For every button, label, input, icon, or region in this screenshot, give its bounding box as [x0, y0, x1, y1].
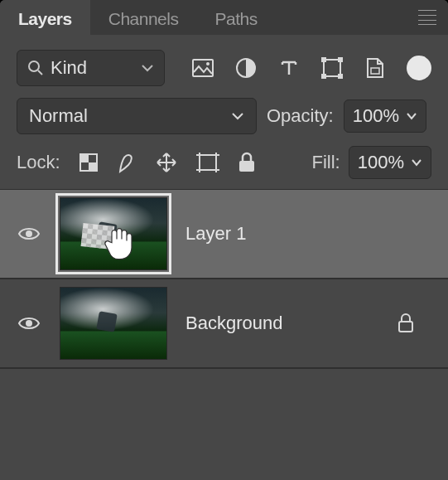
layers-panel: Layers Channels Paths Kind [0, 0, 448, 480]
tab-layers[interactable]: Layers [0, 0, 90, 35]
layer-row[interactable]: Layer 1 [0, 189, 448, 279]
svg-line-1 [38, 70, 42, 75]
blend-mode-dropdown[interactable]: Normal [17, 98, 257, 134]
filter-toggle-switch[interactable] [407, 56, 431, 80]
chevron-down-icon [141, 63, 154, 73]
filter-type-text-icon[interactable] [277, 56, 301, 80]
filter-adjustment-icon[interactable] [234, 56, 258, 80]
svg-rect-9 [338, 74, 343, 79]
visibility-toggle[interactable] [17, 225, 41, 242]
svg-point-21 [26, 320, 32, 327]
layer-locked-icon[interactable] [397, 313, 415, 334]
opacity-label: Opacity: [267, 105, 334, 127]
filter-type-icons [191, 56, 387, 80]
lock-artboard-icon[interactable] [196, 153, 219, 172]
filter-shape-icon[interactable] [320, 56, 344, 80]
visibility-toggle[interactable] [17, 315, 41, 332]
svg-rect-10 [371, 68, 379, 74]
layer-name[interactable]: Background [185, 313, 282, 334]
cursor-hand-icon [104, 225, 137, 261]
kind-label: Kind [51, 57, 134, 79]
chevron-down-icon [406, 112, 417, 120]
svg-point-3 [206, 62, 210, 65]
layer-name[interactable]: Layer 1 [185, 223, 246, 245]
svg-point-20 [26, 230, 32, 237]
lock-transparency-icon[interactable] [79, 153, 99, 172]
lock-fill-row: Lock: [0, 146, 448, 189]
svg-point-0 [29, 61, 39, 71]
panel-menu-icon[interactable] [407, 0, 448, 35]
lock-position-icon[interactable] [155, 151, 178, 174]
layer-thumbnail[interactable] [60, 287, 167, 360]
fill-value-field[interactable]: 100% [349, 146, 431, 179]
filter-smartobject-icon[interactable] [364, 56, 387, 80]
layer-filter-row: Kind [0, 35, 448, 98]
panel-tabs: Layers Channels Paths [0, 0, 448, 35]
tab-channels[interactable]: Channels [90, 0, 197, 35]
opacity-value-field[interactable]: 100% [344, 99, 426, 133]
svg-rect-22 [399, 322, 412, 332]
svg-rect-7 [338, 57, 343, 62]
tab-paths[interactable]: Paths [196, 0, 275, 35]
svg-rect-13 [89, 162, 97, 171]
opacity-value: 100% [353, 105, 399, 127]
svg-rect-6 [321, 57, 326, 62]
lock-label: Lock: [17, 152, 60, 173]
fill-label: Fill: [312, 152, 340, 173]
lock-pixels-icon[interactable] [117, 152, 137, 173]
svg-rect-14 [200, 155, 216, 170]
fill-value: 100% [358, 152, 404, 173]
blend-mode-value: Normal [29, 105, 231, 127]
blend-opacity-row: Normal Opacity: 100% [0, 98, 448, 146]
filter-kind-dropdown[interactable]: Kind [17, 50, 165, 86]
svg-rect-8 [321, 74, 326, 79]
svg-rect-2 [193, 60, 213, 76]
chevron-down-icon [411, 158, 422, 167]
chevron-down-icon [231, 111, 244, 121]
lock-all-icon[interactable] [238, 152, 256, 173]
filter-pixel-icon[interactable] [191, 56, 214, 80]
layer-row[interactable]: Background [0, 279, 448, 368]
search-icon [27, 60, 44, 76]
svg-rect-12 [80, 154, 89, 162]
svg-rect-19 [239, 161, 254, 172]
layer-thumbnail[interactable] [60, 197, 167, 270]
layers-panel-footer [0, 368, 448, 468]
